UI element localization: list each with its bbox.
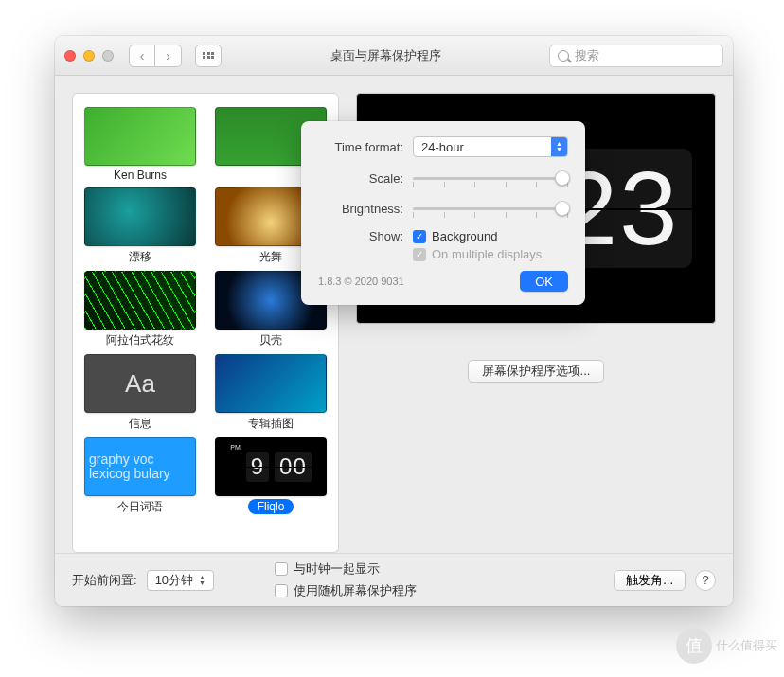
start-after-select[interactable]: 10分钟 ▲▼ [147,570,214,591]
titlebar: ‹ › 桌面与屏幕保护程序 搜索 [55,36,733,76]
thumb-image [84,271,196,330]
minimize-icon[interactable] [83,50,95,62]
hot-corners-button[interactable]: 触发角... [614,570,686,591]
grid-icon [203,52,214,60]
thumb-image [84,187,196,246]
chevron-updown-icon: ▲▼ [551,137,567,156]
window-title: 桌面与屏幕保护程序 [229,47,542,64]
checkbox-checked-icon: ✓ [413,230,426,243]
screensaver-options-button[interactable]: 屏幕保护程序选项... [468,360,605,383]
screensaver-thumb[interactable]: 专辑插图 [215,354,327,432]
show-label: Show: [318,229,403,243]
options-popover: Time format: 24-hour ▲▼ Scale: Brightnes… [301,121,585,305]
checkbox-icon [275,562,288,576]
close-icon[interactable] [64,50,76,62]
thumb-label: Ken Burns [114,169,167,182]
slider-knob[interactable] [555,170,570,186]
show-all-button[interactable] [195,45,222,67]
screensaver-thumb[interactable]: 漂移 [84,187,196,265]
scale-label: Scale: [318,171,403,186]
thumb-label: 阿拉伯式花纹 [106,332,174,348]
thumb-label: 贝壳 [259,332,282,348]
watermark-icon: 值 [676,628,712,664]
brightness-label: Brightness: [318,202,403,216]
zoom-icon[interactable] [102,50,114,62]
ok-button[interactable]: OK [520,271,568,292]
search-placeholder: 搜索 [575,47,599,64]
footer: 开始前闲置: 10分钟 ▲▼ 与时钟一起显示 使用随机屏幕保护程序 触发角...… [55,553,733,606]
time-format-select[interactable]: 24-hour ▲▼ [413,136,568,157]
watermark-text: 什么值得买 [716,637,777,654]
show-clock-checkbox[interactable]: 与时钟一起显示 [275,561,417,578]
help-button[interactable]: ? [695,570,716,591]
thumb-label: Fliqlo [248,499,294,514]
scale-slider[interactable] [413,169,568,187]
chevron-updown-icon: ▲▼ [199,575,205,586]
screensaver-thumb[interactable]: PM900Fliqlo [215,437,327,515]
thumb-image: PM900 [215,437,327,496]
screensaver-thumb[interactable]: Ken Burns [84,107,196,182]
brightness-slider[interactable] [413,199,568,218]
thumb-image [215,354,327,413]
screensaver-thumb[interactable]: graphy voc lexicog bulary今日词语 [84,437,196,515]
search-icon [558,50,569,62]
thumb-image: graphy voc lexicog bulary [84,437,196,496]
checkbox-icon [275,584,288,597]
multiple-displays-checkbox: ✓ On multiple displays [413,247,542,261]
thumb-image [84,107,196,166]
thumb-label: 信息 [129,416,151,432]
back-button[interactable]: ‹ [129,45,155,67]
thumb-label: 漂移 [129,249,151,265]
watermark: 值 什么值得买 [674,620,778,671]
window-controls [64,50,114,62]
thumb-label: 专辑插图 [248,416,294,432]
search-input[interactable]: 搜索 [549,45,723,67]
checkbox-checked-icon: ✓ [413,248,426,261]
nav-buttons: ‹ › [129,45,182,67]
screensaver-thumb[interactable]: 阿拉伯式花纹 [84,271,196,348]
forward-button[interactable]: › [155,45,182,67]
random-screensaver-checkbox[interactable]: 使用随机屏幕保护程序 [275,582,417,599]
preferences-window: ‹ › 桌面与屏幕保护程序 搜索 Ken Burns漂移光舞阿拉伯式花纹贝壳Aa… [55,36,733,606]
screensaver-gallery[interactable]: Ken Burns漂移光舞阿拉伯式花纹贝壳Aa信息专辑插图graphy voc … [72,93,339,553]
thumb-image: Aa [84,354,196,413]
slider-knob[interactable] [555,201,570,216]
background-checkbox[interactable]: ✓ Background [413,229,497,243]
thumb-label: 今日词语 [117,499,163,515]
version-label: 1.8.3 © 2020 9031 [318,276,404,287]
thumb-label: 光舞 [259,249,282,265]
time-format-label: Time format: [318,140,403,154]
start-after-label: 开始前闲置: [72,572,137,589]
screensaver-thumb[interactable]: Aa信息 [84,354,196,432]
